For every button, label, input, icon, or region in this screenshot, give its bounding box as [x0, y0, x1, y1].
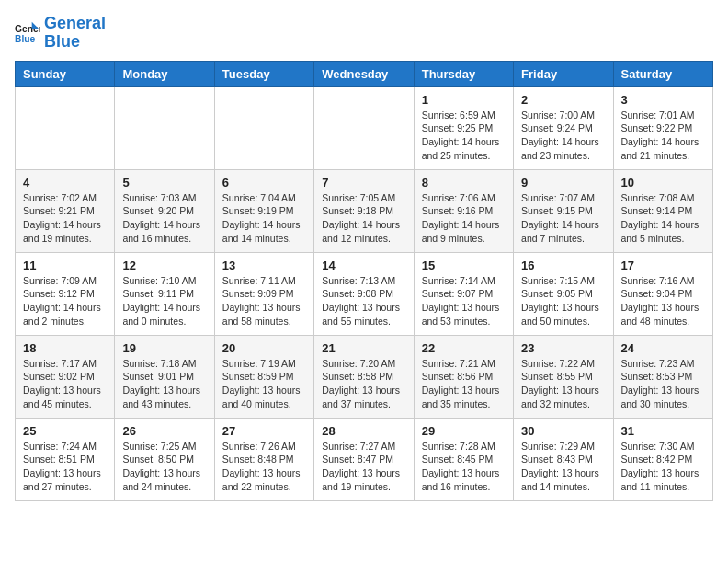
day-info: Sunrise: 7:20 AM Sunset: 8:58 PM Dayligh… — [322, 357, 405, 411]
day-number: 24 — [621, 341, 705, 355]
calendar-cell: 28Sunrise: 7:27 AM Sunset: 8:47 PM Dayli… — [314, 418, 414, 500]
day-number: 1 — [422, 93, 506, 107]
day-info: Sunrise: 7:15 AM Sunset: 9:05 PM Dayligh… — [521, 274, 605, 328]
day-number: 23 — [521, 341, 605, 355]
weekday-header: Monday — [115, 61, 214, 86]
day-info: Sunrise: 7:28 AM Sunset: 8:45 PM Dayligh… — [422, 440, 506, 494]
day-number: 2 — [521, 93, 605, 107]
day-number: 16 — [521, 259, 605, 272]
calendar-week-row: 11Sunrise: 7:09 AM Sunset: 9:12 PM Dayli… — [16, 252, 713, 335]
calendar-cell — [314, 86, 414, 169]
calendar-cell: 20Sunrise: 7:19 AM Sunset: 8:59 PM Dayli… — [214, 335, 313, 418]
calendar-cell: 10Sunrise: 7:08 AM Sunset: 9:14 PM Dayli… — [613, 169, 712, 252]
day-number: 4 — [23, 176, 107, 190]
day-info: Sunrise: 7:03 AM Sunset: 9:20 PM Dayligh… — [122, 191, 206, 246]
calendar-cell: 18Sunrise: 7:17 AM Sunset: 9:02 PM Dayli… — [16, 335, 115, 418]
weekday-header: Sunday — [16, 61, 115, 86]
weekday-header: Friday — [514, 61, 613, 86]
day-info: Sunrise: 7:06 AM Sunset: 9:16 PM Dayligh… — [422, 191, 506, 246]
weekday-header: Thursday — [414, 61, 513, 86]
calendar-cell: 23Sunrise: 7:22 AM Sunset: 8:55 PM Dayli… — [514, 335, 613, 418]
calendar-cell: 30Sunrise: 7:29 AM Sunset: 8:43 PM Dayli… — [514, 418, 613, 500]
day-info: Sunrise: 7:30 AM Sunset: 8:42 PM Dayligh… — [621, 440, 705, 494]
day-info: Sunrise: 7:01 AM Sunset: 9:22 PM Dayligh… — [621, 109, 705, 163]
day-number: 10 — [621, 176, 705, 190]
calendar-cell: 6Sunrise: 7:04 AM Sunset: 9:19 PM Daylig… — [214, 169, 313, 252]
calendar-cell: 24Sunrise: 7:23 AM Sunset: 8:53 PM Dayli… — [613, 335, 712, 418]
calendar-cell: 1Sunrise: 6:59 AM Sunset: 9:25 PM Daylig… — [414, 86, 513, 169]
day-number: 15 — [422, 259, 506, 272]
day-number: 29 — [422, 424, 506, 438]
calendar-cell — [115, 86, 214, 169]
day-info: Sunrise: 7:14 AM Sunset: 9:07 PM Dayligh… — [422, 274, 506, 328]
calendar-cell: 3Sunrise: 7:01 AM Sunset: 9:22 PM Daylig… — [613, 86, 712, 169]
day-info: Sunrise: 7:09 AM Sunset: 9:12 PM Dayligh… — [23, 274, 107, 328]
day-number: 20 — [222, 341, 306, 355]
day-info: Sunrise: 7:13 AM Sunset: 9:08 PM Dayligh… — [322, 274, 405, 328]
day-info: Sunrise: 7:22 AM Sunset: 8:55 PM Dayligh… — [521, 357, 605, 411]
calendar-week-row: 4Sunrise: 7:02 AM Sunset: 9:21 PM Daylig… — [16, 169, 713, 252]
day-info: Sunrise: 7:23 AM Sunset: 8:53 PM Dayligh… — [621, 357, 705, 411]
calendar-cell: 15Sunrise: 7:14 AM Sunset: 9:07 PM Dayli… — [414, 252, 513, 335]
logo-icon: General Blue — [15, 20, 40, 46]
day-info: Sunrise: 7:00 AM Sunset: 9:24 PM Dayligh… — [521, 109, 605, 163]
day-number: 22 — [422, 341, 506, 355]
day-info: Sunrise: 7:18 AM Sunset: 9:01 PM Dayligh… — [122, 357, 206, 411]
day-info: Sunrise: 7:08 AM Sunset: 9:14 PM Dayligh… — [621, 191, 705, 246]
calendar-cell: 25Sunrise: 7:24 AM Sunset: 8:51 PM Dayli… — [16, 418, 115, 500]
weekday-header: Tuesday — [214, 61, 313, 86]
day-number: 28 — [322, 424, 405, 438]
calendar-cell: 27Sunrise: 7:26 AM Sunset: 8:48 PM Dayli… — [214, 418, 313, 500]
day-number: 5 — [122, 176, 206, 190]
calendar-week-row: 25Sunrise: 7:24 AM Sunset: 8:51 PM Dayli… — [16, 418, 713, 500]
day-number: 25 — [23, 424, 107, 438]
day-info: Sunrise: 6:59 AM Sunset: 9:25 PM Dayligh… — [422, 109, 506, 163]
logo-text: GeneralBlue — [44, 15, 106, 52]
calendar-cell — [214, 86, 313, 169]
calendar-cell: 12Sunrise: 7:10 AM Sunset: 9:11 PM Dayli… — [115, 252, 214, 335]
logo: General Blue GeneralBlue — [15, 15, 106, 52]
day-number: 13 — [222, 259, 306, 272]
day-info: Sunrise: 7:29 AM Sunset: 8:43 PM Dayligh… — [521, 440, 605, 494]
calendar-cell: 17Sunrise: 7:16 AM Sunset: 9:04 PM Dayli… — [613, 252, 712, 335]
calendar-table: SundayMondayTuesdayWednesdayThursdayFrid… — [15, 61, 713, 501]
day-number: 11 — [23, 259, 107, 272]
svg-text:Blue: Blue — [15, 34, 36, 44]
calendar-cell: 31Sunrise: 7:30 AM Sunset: 8:42 PM Dayli… — [613, 418, 712, 500]
day-number: 17 — [621, 259, 705, 272]
calendar-cell: 5Sunrise: 7:03 AM Sunset: 9:20 PM Daylig… — [115, 169, 214, 252]
day-number: 14 — [322, 259, 405, 272]
calendar-cell: 26Sunrise: 7:25 AM Sunset: 8:50 PM Dayli… — [115, 418, 214, 500]
calendar-cell: 29Sunrise: 7:28 AM Sunset: 8:45 PM Dayli… — [414, 418, 513, 500]
calendar-cell: 14Sunrise: 7:13 AM Sunset: 9:08 PM Dayli… — [314, 252, 414, 335]
calendar-cell: 13Sunrise: 7:11 AM Sunset: 9:09 PM Dayli… — [214, 252, 313, 335]
calendar-cell: 8Sunrise: 7:06 AM Sunset: 9:16 PM Daylig… — [414, 169, 513, 252]
day-info: Sunrise: 7:16 AM Sunset: 9:04 PM Dayligh… — [621, 274, 705, 328]
day-info: Sunrise: 7:02 AM Sunset: 9:21 PM Dayligh… — [23, 191, 107, 246]
calendar-cell: 19Sunrise: 7:18 AM Sunset: 9:01 PM Dayli… — [115, 335, 214, 418]
day-info: Sunrise: 7:04 AM Sunset: 9:19 PM Dayligh… — [222, 191, 306, 246]
day-info: Sunrise: 7:11 AM Sunset: 9:09 PM Dayligh… — [222, 274, 306, 328]
day-number: 30 — [521, 424, 605, 438]
day-number: 21 — [322, 341, 405, 355]
weekday-header: Saturday — [613, 61, 712, 86]
day-info: Sunrise: 7:10 AM Sunset: 9:11 PM Dayligh… — [122, 274, 206, 328]
calendar-cell: 16Sunrise: 7:15 AM Sunset: 9:05 PM Dayli… — [514, 252, 613, 335]
day-number: 31 — [621, 424, 705, 438]
calendar-week-row: 18Sunrise: 7:17 AM Sunset: 9:02 PM Dayli… — [16, 335, 713, 418]
calendar-cell: 11Sunrise: 7:09 AM Sunset: 9:12 PM Dayli… — [16, 252, 115, 335]
calendar-cell: 21Sunrise: 7:20 AM Sunset: 8:58 PM Dayli… — [314, 335, 414, 418]
day-number: 7 — [322, 176, 405, 190]
day-info: Sunrise: 7:05 AM Sunset: 9:18 PM Dayligh… — [322, 191, 405, 246]
svg-text:General: General — [15, 24, 40, 34]
calendar-body: 1Sunrise: 6:59 AM Sunset: 9:25 PM Daylig… — [16, 86, 713, 500]
day-number: 9 — [521, 176, 605, 190]
calendar-cell: 2Sunrise: 7:00 AM Sunset: 9:24 PM Daylig… — [514, 86, 613, 169]
day-number: 19 — [122, 341, 206, 355]
day-info: Sunrise: 7:19 AM Sunset: 8:59 PM Dayligh… — [222, 357, 306, 411]
calendar-cell: 4Sunrise: 7:02 AM Sunset: 9:21 PM Daylig… — [16, 169, 115, 252]
day-number: 8 — [422, 176, 506, 190]
calendar-cell: 22Sunrise: 7:21 AM Sunset: 8:56 PM Dayli… — [414, 335, 513, 418]
day-info: Sunrise: 7:26 AM Sunset: 8:48 PM Dayligh… — [222, 440, 306, 494]
day-number: 26 — [122, 424, 206, 438]
